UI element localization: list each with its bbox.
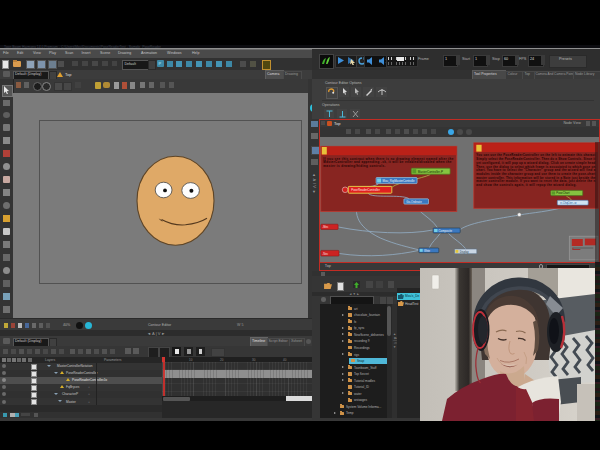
svg-text:Display: Display: [459, 249, 468, 253]
svg-text:and show the controls again, i: and show the controls again, it will rep…: [476, 183, 576, 187]
svg-text:Write: Write: [423, 248, 430, 252]
svg-text:PoseReaderController: PoseReaderController: [351, 188, 380, 192]
svg-text:Go-Ordinate: Go-Ordinate: [406, 200, 422, 204]
svg-text:e-ChqCter--w: e-ChqCter--w: [560, 201, 576, 205]
svg-text:PoseChart: PoseChart: [556, 191, 569, 195]
svg-text:master is drawing/hiding contr: master is drawing/hiding controls.: [323, 164, 385, 168]
svg-text:-Nec: -Nec: [322, 251, 328, 255]
svg-text:MasterController-P: MasterController-P: [417, 170, 442, 174]
svg-text:Composite: Composite: [438, 229, 452, 233]
svg-text:-Mec: -Mec: [322, 225, 329, 229]
svg-text:Mou_RigMasterControlle: Mou_RigMasterControlle: [382, 179, 414, 183]
